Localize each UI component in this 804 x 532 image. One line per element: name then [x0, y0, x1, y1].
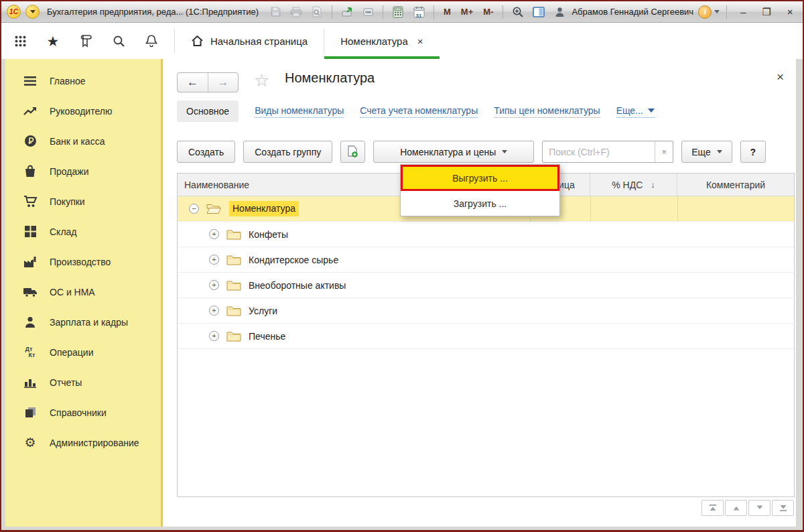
truck-icon — [22, 287, 38, 297]
minimize-button[interactable]: – — [734, 6, 752, 17]
expand-icon[interactable]: + — [209, 331, 219, 341]
forward-button[interactable]: → — [208, 73, 238, 92]
expand-icon[interactable]: + — [209, 306, 219, 316]
save-icon[interactable] — [267, 5, 283, 19]
main-content: ← → ☆ Номенклатура × Основное Виды номен… — [163, 59, 796, 527]
menu-item-zagruzit[interactable]: Загрузить ... — [401, 191, 559, 216]
favorites-star-icon[interactable]: ★ — [45, 34, 61, 48]
help-button[interactable]: ? — [740, 141, 766, 163]
get-link-icon[interactable] — [360, 5, 376, 19]
sidebar-item-glavnoe[interactable]: Главное — [5, 66, 161, 96]
person-icon — [22, 316, 38, 328]
back-button[interactable]: ← — [178, 73, 208, 92]
sidebar-item-label: Справочники — [50, 407, 107, 418]
nomenklatura-i-ceny-dropdown[interactable]: Номенклатура и цены — [373, 141, 534, 163]
search-input[interactable] — [543, 141, 655, 162]
sidebar-item-proizvodstvo[interactable]: Производство — [5, 247, 161, 277]
chevron-down-icon — [502, 150, 507, 153]
print-icon[interactable] — [288, 5, 304, 19]
sidebar-item-sklad[interactable]: Склад — [5, 216, 161, 247]
memory-add-button[interactable]: M+ — [458, 7, 476, 17]
nav-link-more[interactable]: Еще... — [616, 105, 655, 118]
sidebar-item-os-i-nma[interactable]: ОС и НМА — [5, 277, 161, 307]
tab-home[interactable]: Начальная страница — [175, 23, 324, 59]
nav-link-tipy-cen[interactable]: Типы цен номенклатуры — [494, 105, 600, 118]
notifications-bell-icon[interactable] — [143, 34, 159, 48]
nomenklatura-i-ceny-menu: Выгрузить ... Загрузить ... — [400, 164, 560, 216]
folder-open-icon — [206, 203, 222, 214]
row-label: Печенье — [249, 331, 285, 342]
sidebar-item-administrirovanie[interactable]: ⚙ Администрирование — [5, 427, 161, 458]
expand-icon[interactable]: + — [209, 229, 219, 239]
copy-item-button[interactable] — [340, 141, 365, 163]
calculator-icon[interactable] — [390, 5, 406, 19]
move-up-button[interactable] — [725, 500, 747, 516]
sidebar-item-label: Операции — [50, 347, 94, 358]
memory-subtract-button[interactable]: M- — [480, 7, 496, 17]
row-label: Внеоборотные активы — [249, 280, 346, 291]
move-down-button[interactable] — [748, 500, 770, 516]
sidebar-item-spravochniki[interactable]: Справочники — [5, 397, 161, 427]
nav-link-vidy-nomenklatury[interactable]: Виды номенклатуры — [255, 105, 344, 118]
nav-link-osnovnoe[interactable]: Основное — [177, 101, 239, 122]
sidebar-item-zarplata-i-kadry[interactable]: Зарплата и кадры — [5, 307, 161, 337]
zoom-in-icon[interactable] — [510, 5, 526, 19]
go-to-link-icon[interactable] — [339, 5, 355, 19]
collapse-icon[interactable]: − — [189, 204, 199, 214]
menu-bars-icon — [22, 76, 38, 86]
more-button[interactable]: Еще — [681, 141, 732, 163]
sidebar-item-otchety[interactable]: Отчеты — [5, 367, 161, 397]
gear-icon: ⚙ — [22, 436, 38, 449]
sidebar-item-label: Главное — [50, 76, 86, 86]
table-row-uslugi[interactable]: + Услуги — [178, 298, 794, 324]
create-button[interactable]: Создать — [177, 141, 235, 163]
maximize-button[interactable]: ❒ — [757, 6, 776, 18]
search-icon[interactable] — [111, 35, 127, 48]
page-nav-links: Основное Виды номенклатуры Счета учета н… — [177, 101, 655, 122]
expand-icon[interactable]: + — [209, 255, 219, 265]
folder-icon — [226, 255, 241, 265]
tab-nomenklatura[interactable]: Номенклатура × — [324, 23, 439, 59]
calendar-icon[interactable]: 31 — [411, 5, 427, 19]
menu-item-vygruzit[interactable]: Выгрузить ... — [401, 165, 559, 191]
tab-close-icon[interactable]: × — [417, 36, 423, 47]
main-menu-button[interactable] — [25, 5, 40, 19]
column-header-nds[interactable]: % НДС ↓ — [590, 174, 677, 196]
chevron-down-icon — [648, 109, 655, 113]
sidebar-item-operacii[interactable]: ДтКт Операции — [5, 337, 161, 367]
column-header-kommentarij[interactable]: Комментарий — [677, 174, 794, 196]
table-row-konfety[interactable]: + Конфеты — [178, 222, 794, 247]
page-close-icon[interactable]: × — [777, 70, 784, 84]
list-scroll-controls — [701, 500, 794, 516]
favorite-star-icon[interactable]: ☆ — [254, 70, 269, 91]
table-row-vneoborotnye-aktivy[interactable]: + Внеоборотные активы — [178, 273, 794, 298]
table-row-pechene[interactable]: + Печенье — [178, 324, 794, 349]
sidebar-item-bank-i-kassa[interactable]: Банк и касса — [5, 126, 161, 156]
page-title: Номенклатура — [285, 70, 375, 86]
print-preview-icon[interactable] — [309, 5, 325, 19]
sidebar-item-prodazhi[interactable]: Продажи — [5, 156, 161, 186]
folder-icon — [226, 229, 241, 240]
tab-label: Начальная страница — [210, 36, 308, 47]
row-label: Номенклатура — [229, 201, 299, 216]
go-to-bottom-button[interactable] — [772, 500, 794, 516]
table-row-konditerskoe-syre[interactable]: + Кондитерское сырье — [178, 247, 794, 273]
info-button[interactable]: i — [698, 5, 720, 19]
search-clear-icon[interactable]: × — [655, 141, 673, 162]
sidebar-item-label: Банк и касса — [50, 136, 105, 147]
sidebar-item-rukovoditelyu[interactable]: Руководителю — [5, 96, 161, 126]
memory-recall-button[interactable]: M — [441, 7, 454, 17]
go-to-top-button[interactable] — [701, 500, 724, 516]
history-icon[interactable] — [78, 34, 94, 48]
home-icon — [191, 35, 204, 47]
expand-icon[interactable]: + — [209, 280, 219, 290]
split-view-icon[interactable] — [531, 5, 547, 19]
toolbar-separator — [433, 5, 434, 19]
history-nav-group: ← → — [177, 72, 239, 92]
all-functions-grid-icon[interactable] — [12, 35, 28, 48]
sidebar-item-pokupki[interactable]: Покупки — [5, 186, 161, 216]
close-button[interactable]: × — [781, 6, 799, 17]
nav-link-scheta-ucheta[interactable]: Счета учета номенклатуры — [360, 105, 478, 118]
row-label: Конфеты — [249, 229, 288, 240]
create-group-button[interactable]: Создать группу — [243, 141, 332, 163]
